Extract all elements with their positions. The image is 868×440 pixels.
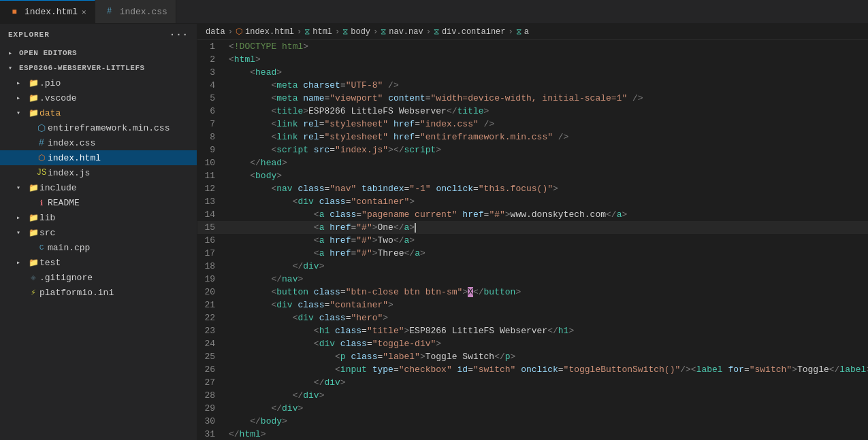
project-root-arrow xyxy=(8,64,19,72)
bc-divcontainer-icon: ⧖ xyxy=(434,27,439,37)
sidebar-title: EXPLORER xyxy=(8,31,50,39)
maincpp-label: main.cpp xyxy=(48,243,90,253)
line-number-1: 1 xyxy=(197,40,226,53)
pio-folder-icon: 📁 xyxy=(27,78,39,88)
line-number-28: 28 xyxy=(197,389,226,402)
bc-a-icon: ⧖ xyxy=(516,27,521,37)
pio-arrow xyxy=(16,79,27,87)
tab-close-button[interactable]: ✕ xyxy=(82,7,86,16)
sidebar-item-pio[interactable]: 📁 .pio xyxy=(0,75,197,90)
open-editors-arrow xyxy=(8,49,19,57)
line-number-14: 14 xyxy=(197,208,226,221)
line-content-16: <a href="#">Two</a> xyxy=(226,234,868,247)
code-line-18[interactable]: 18 </div> xyxy=(197,260,868,273)
data-label: data xyxy=(39,108,61,118)
line-number-5: 5 xyxy=(197,92,226,105)
code-line-26[interactable]: 26 <input type="checkbox" id="switch" on… xyxy=(197,363,868,376)
tab-indexcss[interactable]: # index.css xyxy=(95,0,176,23)
code-line-14[interactable]: 14 <a class="pagename current" href="#">… xyxy=(197,208,868,221)
code-line-12[interactable]: 12 <nav class="nav" tabindex="-1" onclic… xyxy=(197,182,868,195)
entireframework-icon: ⬡ xyxy=(35,122,48,134)
line-content-12: <nav class="nav" tabindex="-1" onclick="… xyxy=(226,182,868,195)
sidebar-item-test[interactable]: 📁 test xyxy=(0,255,197,270)
code-line-28[interactable]: 28 </div> xyxy=(197,389,868,402)
line-content-3: <head> xyxy=(226,66,868,79)
code-line-29[interactable]: 29 </div> xyxy=(197,402,868,415)
line-content-11: <body> xyxy=(226,169,868,182)
bc-body: body xyxy=(351,27,370,37)
code-line-16[interactable]: 16 <a href="#">Two</a> xyxy=(197,234,868,247)
code-line-3[interactable]: 3 <head> xyxy=(197,66,868,79)
sidebar-item-maincpp[interactable]: C main.cpp xyxy=(0,240,197,255)
code-line-9[interactable]: 9 <script src="index.js"></script> xyxy=(197,143,868,156)
line-content-22: <div class="hero"> xyxy=(226,311,868,324)
gitignore-label: .gitignore xyxy=(39,273,93,283)
sidebar-item-indexcss[interactable]: # index.css xyxy=(0,135,197,150)
code-line-13[interactable]: 13 <div class="container"> xyxy=(197,195,868,208)
code-line-19[interactable]: 19 </nav> xyxy=(197,273,868,286)
sidebar-section-open-editors[interactable]: OPEN EDITORS xyxy=(0,46,197,61)
code-line-8[interactable]: 8 <link rel="stylesheet" href="entirefra… xyxy=(197,131,868,143)
code-line-6[interactable]: 6 <title>ESP8266 LittleFS Webserver</tit… xyxy=(197,105,868,118)
sidebar-item-lib[interactable]: 📁 lib xyxy=(0,210,197,225)
code-line-15[interactable]: 15 <a href="#">One</a> xyxy=(197,221,868,234)
tabs-bar: ■ index.html ✕ # index.css xyxy=(0,0,868,24)
gitignore-icon: ◈ xyxy=(27,272,39,283)
line-content-8: <link rel="stylesheet" href="entireframe… xyxy=(226,131,868,143)
code-line-10[interactable]: 10 </head> xyxy=(197,156,868,169)
line-content-20: <button class="btn-close btn btn-sm">X</… xyxy=(226,286,868,299)
code-line-17[interactable]: 17 <a href="#">Three</a> xyxy=(197,247,868,260)
code-line-31[interactable]: 31</html> xyxy=(197,428,868,440)
sidebar-header-icons: ··· xyxy=(170,29,189,40)
line-number-4: 4 xyxy=(197,79,226,92)
sidebar-item-indexjs[interactable]: JS index.js xyxy=(0,165,197,180)
line-content-14: <a class="pagename current" href="#">www… xyxy=(226,208,868,221)
code-line-23[interactable]: 23 <h1 class="title">ESP8266 LittleFS We… xyxy=(197,324,868,337)
sidebar-item-indexhtml[interactable]: ⬡ index.html xyxy=(0,150,197,165)
sidebar-item-include[interactable]: 📁 include xyxy=(0,180,197,195)
code-line-7[interactable]: 7 <link rel="stylesheet" href="index.css… xyxy=(197,118,868,131)
code-line-25[interactable]: 25 <p class="label">Toggle Switch</p> xyxy=(197,350,868,363)
tab-indexhtml[interactable]: ■ index.html ✕ xyxy=(0,0,95,23)
code-line-22[interactable]: 22 <div class="hero"> xyxy=(197,311,868,324)
sidebar-item-readme[interactable]: ℹ README xyxy=(0,195,197,210)
bc-indexhtml: index.html xyxy=(245,27,294,37)
code-line-4[interactable]: 4 <meta charset="UTF-8" /> xyxy=(197,79,868,92)
code-line-2[interactable]: 2<html> xyxy=(197,53,868,66)
line-content-9: <script src="index.js"></script> xyxy=(226,143,868,156)
bc-sep5: › xyxy=(426,27,431,37)
code-line-5[interactable]: 5 <meta name="viewport" content="width=d… xyxy=(197,92,868,105)
line-content-4: <meta charset="UTF-8" /> xyxy=(226,79,868,92)
sidebar-item-src[interactable]: 📁 src xyxy=(0,225,197,240)
indexhtml-label: index.html xyxy=(48,153,101,163)
code-line-1[interactable]: 1<!DOCTYPE html> xyxy=(197,40,868,53)
include-label: include xyxy=(39,183,77,193)
sidebar-project-root[interactable]: ESP8266-WEBSERVER-LITTLEFS xyxy=(0,61,197,75)
code-editor[interactable]: 1<!DOCTYPE html>2<html>3 <head>4 <meta c… xyxy=(197,40,868,440)
line-content-23: <h1 class="title">ESP8266 LittleFS Webse… xyxy=(226,324,868,337)
line-number-12: 12 xyxy=(197,182,226,195)
more-icon[interactable]: ··· xyxy=(170,29,189,40)
line-content-28: </div> xyxy=(226,389,868,402)
pio-label: .pio xyxy=(39,78,61,88)
code-line-21[interactable]: 21 <div class="container"> xyxy=(197,299,868,311)
platformio-icon: ⚡ xyxy=(27,287,39,298)
code-line-20[interactable]: 20 <button class="btn-close btn btn-sm">… xyxy=(197,286,868,299)
code-line-11[interactable]: 11 <body> xyxy=(197,169,868,182)
sidebar-item-data[interactable]: 📁 data xyxy=(0,105,197,120)
code-line-27[interactable]: 27 </div> xyxy=(197,376,868,389)
line-content-27: </div> xyxy=(226,376,868,389)
sidebar-item-gitignore[interactable]: ◈ .gitignore xyxy=(0,270,197,285)
test-folder-icon: 📁 xyxy=(27,258,39,268)
code-line-30[interactable]: 30 </body> xyxy=(197,415,868,428)
project-root-label: ESP8266-WEBSERVER-LITTLEFS xyxy=(19,64,145,72)
include-folder-icon: 📁 xyxy=(27,183,39,193)
indexcss-label: index.css xyxy=(48,138,95,148)
sidebar-item-entireframework[interactable]: ⬡ entireframework.min.css xyxy=(0,120,197,135)
line-number-16: 16 xyxy=(197,234,226,247)
sidebar-item-vscode[interactable]: 📁 .vscode xyxy=(0,90,197,105)
sidebar-item-platformio[interactable]: ⚡ platformio.ini xyxy=(0,285,197,300)
lib-folder-icon: 📁 xyxy=(27,213,39,223)
code-line-24[interactable]: 24 <div class="toggle-div"> xyxy=(197,337,868,350)
line-content-17: <a href="#">Three</a> xyxy=(226,247,868,260)
